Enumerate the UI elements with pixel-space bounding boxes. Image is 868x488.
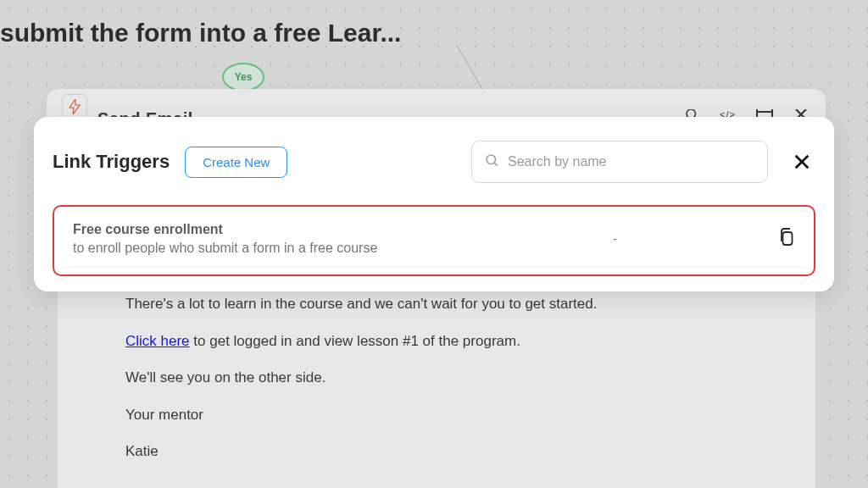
- email-line: There's a lot to learn in the course and…: [125, 293, 748, 315]
- row-divider: [63, 267, 805, 268]
- trigger-row[interactable]: Free course enrollment to enroll people …: [53, 205, 815, 276]
- link-triggers-modal: Link Triggers Create New Free course enr…: [34, 117, 834, 291]
- search-icon: [484, 152, 499, 171]
- page-title: submit the form into a free Lear...: [0, 19, 401, 47]
- close-icon: [793, 152, 811, 171]
- email-body: There's a lot to learn in the course and…: [58, 286, 815, 488]
- bolt-icon: [62, 94, 87, 119]
- create-new-button[interactable]: Create New: [185, 147, 287, 178]
- search-input[interactable]: [508, 154, 755, 169]
- trigger-name: Free course enrollment: [73, 222, 613, 237]
- email-line: Click here to get logged in and view les…: [125, 330, 748, 352]
- modal-title: Link Triggers: [53, 151, 170, 173]
- copy-icon: [778, 228, 795, 247]
- email-line: We'll see you on the other side.: [125, 367, 748, 389]
- search-input-wrap[interactable]: [471, 141, 768, 183]
- close-button[interactable]: [788, 148, 815, 175]
- email-line: Your mentor: [125, 404, 748, 426]
- trigger-description: to enroll people who submit a form in a …: [73, 241, 613, 256]
- copy-button[interactable]: [778, 228, 795, 250]
- svg-rect-10: [783, 232, 793, 245]
- click-here-link[interactable]: Click here: [125, 333, 190, 349]
- decision-yes-badge: Yes: [222, 63, 264, 92]
- email-signature: Katie: [125, 441, 748, 463]
- svg-point-6: [487, 155, 496, 164]
- connector-line: [458, 47, 484, 92]
- svg-line-7: [494, 163, 497, 165]
- trigger-extra: -: [613, 232, 617, 246]
- step-card-header: Send Email </>: [47, 89, 826, 119]
